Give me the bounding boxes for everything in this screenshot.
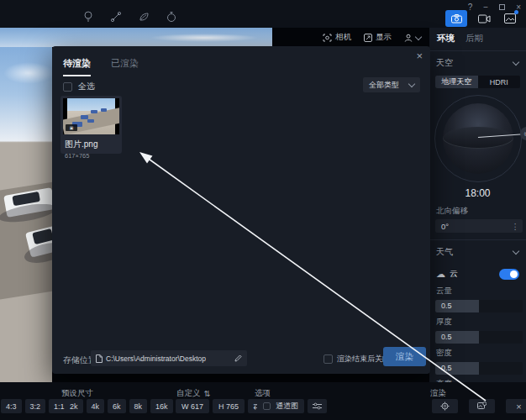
camera-menu[interactable]: 相机 <box>323 32 351 43</box>
titlebar: ? − × <box>0 0 526 28</box>
environment-panel: 环境 后期 天空 地理天空 HDRI ☼ 18:00 北向偏移 0° ⋮ 天气 <box>429 28 526 382</box>
slider-cloud-amount: 云量 0.5 <box>429 281 526 312</box>
size-16k-button[interactable]: 16k <box>150 399 173 413</box>
aspect-4-3-button[interactable]: 4:3 <box>1 399 22 413</box>
chevron-down-icon <box>408 80 415 87</box>
options-label: 选项 <box>255 388 271 399</box>
north-offset-label: 北向偏移 <box>429 199 526 219</box>
storage-path-field[interactable]: C:\Users\Administrator\Desktop <box>91 350 247 366</box>
tab-environment[interactable]: 环境 <box>437 33 455 45</box>
thickness-slider[interactable]: 0.5 <box>435 331 523 344</box>
updown-icon: ⇅ <box>204 389 211 398</box>
chevron-down-icon <box>513 247 519 254</box>
height-field[interactable]: H 765 <box>213 399 245 413</box>
tab-post-effects[interactable]: 后期 <box>466 33 483 45</box>
slider-density: 密度 0.5 <box>429 344 526 375</box>
tab-rendered[interactable]: 已渲染 <box>111 57 139 76</box>
cloud-icon: ☁ <box>436 269 445 280</box>
time-of-day[interactable]: 18:00 <box>429 187 526 199</box>
render-queue-dialog: × 待渲染 已渲染 全选 全部类型 ▣ <box>52 46 430 374</box>
edit-pencil-icon[interactable] <box>234 354 242 362</box>
viewport-sky <box>0 28 272 47</box>
app-window: ? − × 相机 显示 <box>0 0 526 420</box>
sliders-icon <box>313 402 322 410</box>
storage-path-value: C:\Users\Administrator\Desktop <box>106 354 231 363</box>
thumbnail-type-badge: ▣ <box>66 124 77 131</box>
geo-sky-segment[interactable]: 地理天空 <box>435 76 478 88</box>
custom-size-label: 自定义⇅ <box>176 388 210 399</box>
size-6k-button[interactable]: 6k <box>108 399 126 413</box>
cloud-amount-slider[interactable]: 0.5 <box>435 300 523 312</box>
video-mode-button[interactable] <box>475 10 493 27</box>
channel-map-option: 通道图 <box>257 399 304 413</box>
sky-section-header[interactable]: 天空 <box>429 51 526 74</box>
weather-section-header[interactable]: 天气 <box>429 240 526 263</box>
leaf-icon[interactable] <box>138 11 150 23</box>
path-tool-icon[interactable] <box>110 11 122 23</box>
size-8k-button[interactable]: 8k <box>129 399 148 413</box>
channel-settings-button[interactable] <box>308 399 327 413</box>
close-render-bar-button[interactable]: × <box>506 399 526 413</box>
render-item-name: 图片.png <box>63 139 119 150</box>
size-2k-button[interactable]: 2k <box>65 399 83 413</box>
slider-thickness: 厚度 0.5 <box>429 312 526 344</box>
select-all-checkbox[interactable] <box>63 82 72 92</box>
preset-size-label: 预设尺寸 <box>61 388 93 399</box>
render-item-card[interactable]: ▣ 图片.png 617×765 <box>60 96 122 154</box>
slider-height: 高度 0.5 <box>429 375 526 382</box>
density-slider[interactable]: 0.5 <box>435 362 523 375</box>
render-section-label: 渲染 <box>430 388 446 399</box>
more-options-icon[interactable]: ⋮ <box>512 222 520 231</box>
scene-render <box>0 47 52 382</box>
render-settings-button[interactable] <box>432 399 458 413</box>
aspect-3-2-button[interactable]: 3:2 <box>25 399 46 413</box>
chevron-down-icon <box>513 58 519 65</box>
light-bulb-icon[interactable] <box>82 10 94 23</box>
viewport-toolbar: 相机 显示 <box>272 28 429 47</box>
render-button[interactable]: 渲染 <box>383 347 426 366</box>
render-item-thumbnail: ▣ <box>63 98 119 134</box>
size-4k-button[interactable]: 4k <box>87 399 105 413</box>
north-offset-input[interactable]: 0° ⋮ <box>435 219 523 233</box>
select-all-label: 全选 <box>78 81 95 92</box>
sky-mode-segmented: 地理天空 HDRI <box>435 76 520 88</box>
hdri-segment[interactable]: HDRI <box>478 76 521 88</box>
timer-icon[interactable] <box>166 11 177 23</box>
channel-map-checkbox[interactable] <box>263 402 271 410</box>
photo-mode-button[interactable] <box>445 10 467 27</box>
image-queue-icon <box>477 402 487 411</box>
avatar-menu[interactable] <box>404 34 421 42</box>
tab-pending-render[interactable]: 待渲染 <box>63 57 91 76</box>
scene-cloud <box>3 62 54 84</box>
gear-icon <box>440 402 450 411</box>
file-icon <box>96 354 103 363</box>
render-queue-button[interactable] <box>501 10 519 27</box>
cloud-label: 云 <box>450 268 458 280</box>
render-settings-bar: 预设尺寸 自定义⇅ 选项 渲染 4:3 3:2 1:1 2k 4k 6k 8k … <box>0 382 526 420</box>
dialog-close-icon[interactable]: × <box>416 50 423 62</box>
sun-position-widget[interactable]: ☼ <box>434 95 522 182</box>
channel-map-label: 通道图 <box>276 401 298 412</box>
display-menu[interactable]: 显示 <box>364 32 392 43</box>
add-to-queue-button[interactable] <box>469 399 495 413</box>
close-after-render-checkbox[interactable] <box>323 354 333 364</box>
width-field[interactable]: W 617 <box>176 399 209 413</box>
render-item-resolution: 617×765 <box>63 152 119 160</box>
type-filter-dropdown[interactable]: 全部类型 <box>363 77 420 92</box>
chevron-down-icon <box>415 33 422 39</box>
cloud-toggle[interactable] <box>499 269 519 280</box>
queue-notification-dot <box>514 10 518 14</box>
